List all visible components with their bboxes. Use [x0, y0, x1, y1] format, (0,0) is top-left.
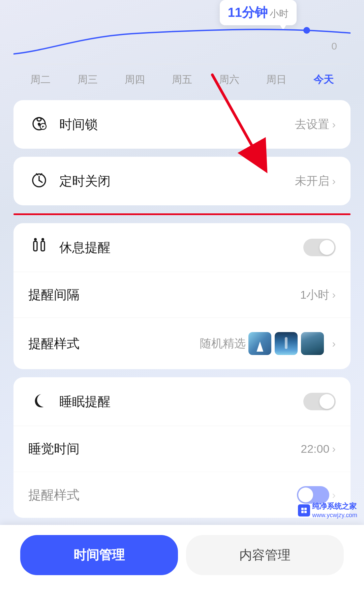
rest-reminder-icon — [28, 237, 50, 258]
timed-close-chevron: › — [332, 175, 336, 187]
red-underline — [13, 213, 351, 215]
svg-line-11 — [39, 180, 42, 182]
sleep-time-title: 睡觉时间 — [28, 440, 301, 457]
reminder-style-chevron: › — [332, 337, 336, 350]
day-label-sun: 周日 — [253, 73, 300, 87]
tooltip-minutes: 11分钟 — [228, 4, 268, 21]
day-label-today: 今天 — [300, 73, 347, 87]
reminder-style-title: 提醒样式 — [28, 335, 200, 352]
sleep-style-chevron: › — [332, 489, 336, 501]
reminder-style-row[interactable]: 提醒样式 随机精选 › — [13, 318, 351, 369]
rest-reminder-title: 休息提醒 — [59, 239, 303, 256]
sleep-style-title: 提醒样式 — [28, 486, 297, 504]
day-label-fri: 周五 — [158, 73, 206, 87]
time-lock-value: 去设置 › — [295, 117, 336, 132]
day-labels: 周二 周三 周四 周五 周六 周日 今天 — [13, 67, 351, 87]
preview-images — [248, 332, 324, 355]
chart-line — [13, 27, 351, 67]
svg-rect-15 — [34, 241, 37, 251]
day-label-sat: 周六 — [206, 73, 253, 87]
sleep-time-value: 22:00 › — [301, 442, 336, 455]
watermark: 纯净系统之家 www.ycwjzy.com — [298, 502, 357, 519]
day-label-tue: 周二 — [17, 73, 64, 87]
tooltip-unit: 小时 — [270, 7, 289, 20]
bottom-nav: 时间管理 内容管理 — [0, 525, 364, 592]
timed-close-icon — [28, 171, 50, 191]
timed-close-card: 定时关闭 未开启 › — [13, 157, 351, 205]
time-lock-icon — [28, 114, 50, 135]
usage-tooltip: 11分钟 小时 — [220, 0, 297, 25]
sleep-style-toggle[interactable] — [297, 486, 329, 504]
timed-close-value: 未开启 › — [295, 173, 336, 189]
reminder-interval-chevron: › — [332, 289, 336, 301]
sleep-reminder-card: 睡眠提醒 睡觉时间 22:00 › 提醒样式 › — [13, 377, 351, 518]
svg-point-18 — [41, 238, 44, 241]
chart-area: 11分钟 小时 0 周二 周三 周四 周五 周六 周日 今天 — [13, 0, 351, 87]
timed-close-row[interactable]: 定时关闭 未开启 › — [13, 157, 351, 205]
day-label-thu: 周四 — [111, 73, 158, 87]
svg-rect-16 — [41, 241, 44, 251]
svg-rect-3 — [37, 118, 41, 121]
rest-reminder-toggle[interactable] — [303, 239, 336, 256]
time-management-button[interactable]: 时间管理 — [20, 535, 178, 575]
svg-rect-22 — [304, 511, 307, 513]
time-lock-card: 时间锁 去设置 › — [13, 100, 351, 149]
sleep-reminder-title: 睡眠提醒 — [59, 393, 303, 410]
reminder-interval-title: 提醒间隔 — [28, 286, 300, 303]
svg-rect-21 — [301, 511, 304, 513]
svg-point-1 — [303, 27, 310, 34]
svg-point-17 — [34, 238, 37, 241]
watermark-icon — [298, 504, 310, 516]
svg-rect-8 — [42, 126, 43, 128]
timed-close-section: 定时关闭 未开启 › — [13, 157, 351, 215]
preview-img-ocean — [301, 332, 324, 355]
time-lock-row[interactable]: 时间锁 去设置 › — [13, 100, 351, 149]
day-label-wed: 周三 — [64, 73, 111, 87]
reminder-interval-row[interactable]: 提醒间隔 1小时 › — [13, 272, 351, 318]
timed-close-title: 定时关闭 — [59, 173, 295, 190]
sleep-reminder-toggle[interactable] — [303, 393, 336, 410]
time-lock-chevron: › — [332, 118, 336, 131]
sleep-time-row[interactable]: 睡觉时间 22:00 › — [13, 426, 351, 472]
sleep-reminder-row: 睡眠提醒 — [13, 377, 351, 426]
sleep-time-chevron: › — [332, 443, 336, 455]
svg-rect-20 — [304, 508, 307, 510]
preview-img-waterfall — [275, 332, 298, 355]
rest-reminder-row: 休息提醒 — [13, 223, 351, 272]
time-lock-title: 时间锁 — [59, 116, 295, 133]
rest-reminder-card: 休息提醒 提醒间隔 1小时 › 提醒样式 随机精选 › — [13, 223, 351, 369]
preview-img-lighthouse — [248, 332, 271, 355]
content-management-button[interactable]: 内容管理 — [186, 535, 344, 575]
sleep-reminder-icon — [28, 391, 50, 412]
svg-rect-19 — [301, 508, 304, 510]
reminder-style-value: 随机精选 › — [200, 332, 336, 355]
svg-rect-5 — [39, 124, 40, 126]
reminder-interval-value: 1小时 › — [300, 287, 336, 303]
